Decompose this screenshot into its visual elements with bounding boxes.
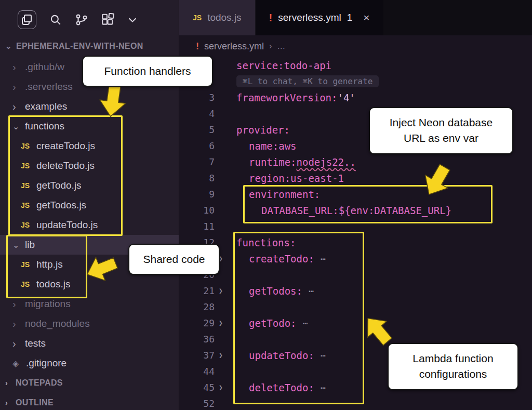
- folded-region-badge[interactable]: ⋯: [309, 286, 315, 296]
- line-number: 36: [179, 334, 215, 345]
- line-number: 44: [179, 366, 215, 377]
- js-icon: JS: [21, 221, 36, 229]
- code-text: provider:: [227, 124, 290, 136]
- code-line: 9environment:: [179, 186, 532, 202]
- tree-item-label: lib: [25, 239, 35, 250]
- callout-function-handlers: Function handlers: [82, 56, 213, 87]
- code-text: getTodos:⋯: [227, 285, 315, 297]
- yaml-key: environment:: [249, 189, 320, 200]
- chevron-down-icon[interactable]: [127, 14, 138, 25]
- line-number: 29: [179, 318, 215, 328]
- tree-item-label: functions: [25, 121, 64, 132]
- line-number: 7: [179, 156, 215, 167]
- code-text: ⌘L to chat, ⌘K to generate: [227, 75, 379, 87]
- tree-item-node-modules[interactable]: ›node_modules: [0, 314, 179, 334]
- fold-chevron-icon[interactable]: ❯: [215, 319, 227, 327]
- yaml-key: region:: [249, 173, 290, 184]
- chevron-right-icon: ›: [12, 298, 25, 310]
- tab-badge: 1: [347, 12, 353, 23]
- tree-item-functions[interactable]: ⌄functions: [0, 116, 179, 136]
- yaml-key: deleteTodo:: [249, 382, 314, 393]
- js-icon: JS: [21, 142, 36, 150]
- yaml-key: getTodos:: [249, 285, 302, 297]
- code-line: 12functions:: [179, 234, 532, 250]
- yaml-value: '4': [337, 92, 355, 103]
- fold-chevron-icon[interactable]: ❯: [215, 351, 227, 359]
- yaml-value: aws: [278, 140, 296, 152]
- line-number: 52: [179, 398, 215, 409]
- yaml-key: getTodo:: [249, 318, 297, 329]
- tab-serverless-yml[interactable]: ! serverless.yml 1 ×: [256, 0, 383, 35]
- code-line: 29❯getTodo:⋯: [179, 315, 532, 331]
- code-text: environment:: [227, 189, 320, 200]
- tree-item-label: http.js: [36, 259, 63, 270]
- breadcrumb[interactable]: ! serverless.yml › …: [179, 35, 532, 57]
- source-control-icon[interactable]: [75, 13, 88, 27]
- code-text: runtime: nodejs22..: [227, 156, 356, 168]
- js-icon: JS: [21, 162, 36, 170]
- code-line: service: todo-api: [179, 57, 532, 73]
- folded-region-badge[interactable]: ⋯: [321, 350, 327, 361]
- tree-item-examples[interactable]: ›examples: [0, 97, 179, 116]
- tab-label: todos.js: [207, 12, 241, 23]
- fold-chevron-icon[interactable]: ❯: [215, 287, 227, 295]
- close-icon[interactable]: ×: [363, 11, 369, 24]
- tree-item-label: .github/w: [25, 61, 64, 73]
- line-number: 21: [179, 285, 215, 296]
- search-icon[interactable]: [49, 13, 62, 27]
- files-icon[interactable]: [18, 10, 36, 29]
- chevron-right-icon: ›: [12, 61, 25, 73]
- js-icon: JS: [21, 201, 36, 209]
- tree-item-updatetodo-js[interactable]: JSupdateTodo.js: [0, 215, 179, 235]
- file-tree: ›.github/w›.serverless›examples⌄function…: [0, 57, 179, 410]
- explorer-section-header[interactable]: ⌄ EPHEMERAL-ENV-WITH-NEON: [5, 42, 179, 51]
- serverless-icon: !: [269, 12, 273, 24]
- folded-region-badge[interactable]: ⋯: [303, 318, 309, 328]
- tree-item--gitignore[interactable]: ◈.gitignore: [0, 353, 179, 373]
- code-line: 11: [179, 218, 532, 234]
- chevron-down-icon: ⌄: [5, 42, 12, 51]
- tab-todos-js[interactable]: JS todos.js: [179, 0, 256, 35]
- tree-item-migrations[interactable]: ›migrations: [0, 294, 179, 314]
- line-number: 8: [179, 173, 215, 183]
- line-number: 10: [179, 205, 215, 216]
- yaml-key: provider:: [236, 124, 290, 136]
- folded-region-badge[interactable]: ⋯: [321, 382, 327, 393]
- yaml-value: us-east-1: [290, 173, 344, 184]
- tree-item-label: updateTodo.js: [36, 219, 98, 231]
- code-text: name: aws: [227, 140, 297, 152]
- chevron-right-icon: ›: [269, 42, 272, 51]
- js-icon: JS: [21, 280, 36, 288]
- js-file-icon: JS: [193, 14, 202, 22]
- tree-item-gettodos-js[interactable]: JSgetTodos.js: [0, 195, 179, 215]
- sidebar-section-notepads[interactable]: ›NOTEPADS: [0, 373, 179, 393]
- callout-inject-neon: Inject Neon database URL as env var: [369, 107, 513, 154]
- callout-shared-code: Shared code: [128, 244, 220, 275]
- tree-item-label: getTodo.js: [36, 180, 82, 191]
- chevron-right-icon: ›: [12, 338, 25, 350]
- tree-item-deletetodo-js[interactable]: JSdeleteTodo.js: [0, 156, 179, 176]
- yaml-key: service:: [236, 60, 284, 71]
- chevron-down-icon: ⌄: [12, 122, 25, 131]
- tree-item-gettodo-js[interactable]: JSgetTodo.js: [0, 176, 179, 195]
- fold-chevron-icon[interactable]: ❯: [215, 383, 227, 391]
- yaml-value: ${env:DATABASE_URL}: [339, 205, 451, 216]
- code-line: ⌘L to chat, ⌘K to generate: [179, 73, 532, 89]
- tree-item-label: tests: [25, 338, 46, 349]
- tree-item-tests[interactable]: ›tests: [0, 334, 179, 353]
- sidebar-section-outline[interactable]: ›OUTLINE: [0, 393, 179, 410]
- extensions-icon[interactable]: [101, 13, 114, 27]
- folded-region-badge[interactable]: ⋯: [321, 254, 327, 264]
- tree-item-label: examples: [25, 101, 67, 112]
- code-line: 52: [179, 395, 532, 410]
- chevron-down-icon: ⌄: [12, 240, 25, 250]
- tab-label: serverless.yml: [278, 12, 341, 23]
- ai-hint-chip: ⌘L to chat, ⌘K to generate: [236, 75, 379, 87]
- code-text: createTodo:⋯: [227, 253, 327, 264]
- breadcrumb-file: serverless.yml: [204, 41, 264, 52]
- code-line: 28: [179, 299, 532, 315]
- code-line: 3frameworkVersion: '4': [179, 89, 532, 105]
- line-number: 3: [179, 92, 215, 103]
- tree-item-createtodo-js[interactable]: JScreateTodo.js: [0, 136, 179, 156]
- code-text: frameworkVersion: '4': [227, 92, 355, 103]
